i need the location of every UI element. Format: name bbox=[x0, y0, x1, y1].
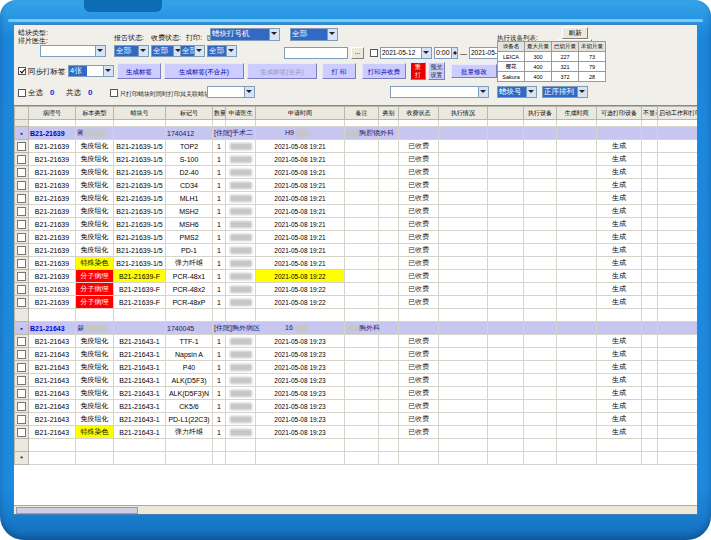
block-type-combo[interactable] bbox=[40, 45, 106, 57]
print-filter-combo[interactable]: 全部 bbox=[180, 45, 205, 57]
row-checkbox[interactable] bbox=[17, 337, 26, 346]
row-checkbox[interactable] bbox=[17, 285, 26, 294]
sort-field-combo[interactable]: 蜡块号 bbox=[497, 86, 537, 98]
worklist-row[interactable]: B21-21643免疫组化B21-21643-1P4012021-05-08 1… bbox=[15, 361, 698, 374]
generate-link[interactable]: 生成 bbox=[612, 168, 626, 175]
batch-edit-button[interactable]: 批量修改 bbox=[451, 64, 497, 78]
generate-labels-nomerge-button[interactable]: 生成标签(不合并) bbox=[164, 63, 244, 79]
browse-button[interactable]: ... bbox=[351, 47, 364, 59]
worklist-row[interactable]: B21-21643免疫组化B21-21643-1CK5/612021-05-08… bbox=[15, 400, 698, 413]
filter-combo[interactable] bbox=[207, 86, 255, 98]
worklist-row[interactable]: B21-21639免疫组化B21-21639-1/5TOP212021-05-0… bbox=[15, 140, 698, 153]
generate-link[interactable]: 生成 bbox=[612, 272, 626, 279]
generate-link[interactable]: 生成 bbox=[612, 259, 626, 266]
generate-link[interactable]: 生成 bbox=[612, 428, 626, 435]
row-checkbox[interactable] bbox=[17, 376, 26, 385]
mode-combo[interactable]: 全部 bbox=[290, 28, 338, 41]
row-checkbox[interactable] bbox=[17, 389, 26, 398]
row-checkbox[interactable] bbox=[17, 142, 26, 151]
generate-link[interactable]: 生成 bbox=[612, 363, 626, 370]
urgent-reprint-button[interactable]: 重打 bbox=[410, 62, 426, 80]
worklist-row[interactable]: B21-21639免疫组化B21-21639-1/5MSH212021-05-0… bbox=[15, 205, 698, 218]
worklist-row[interactable]: B21-21643免疫组化B21-21643-1TTF-112021-05-08… bbox=[15, 335, 698, 348]
copies-combo[interactable]: 4张 bbox=[68, 65, 114, 77]
row-checkbox[interactable] bbox=[17, 207, 26, 216]
keyword-input[interactable] bbox=[284, 47, 348, 59]
worklist-row[interactable]: B21-21639免疫组化B21-21639-1/5S-10012021-05-… bbox=[15, 153, 698, 166]
generate-link[interactable]: 生成 bbox=[612, 285, 626, 292]
empty-cell bbox=[524, 166, 557, 179]
generate-link[interactable]: 生成 bbox=[612, 376, 626, 383]
generate-link[interactable]: 生成 bbox=[612, 233, 626, 240]
generate-link[interactable]: 生成 bbox=[612, 246, 626, 253]
row-checkbox[interactable] bbox=[17, 259, 26, 268]
generate-link[interactable]: 生成 bbox=[612, 402, 626, 409]
sync-label-checkbox[interactable] bbox=[18, 67, 26, 75]
row-checkbox[interactable] bbox=[17, 272, 26, 281]
worklist-row[interactable]: B21-21639免疫组化B21-21639-1/5MLH112021-05-0… bbox=[15, 192, 698, 205]
worklist-row[interactable]: B21-21639免疫组化B21-21639-1/5MSH612021-05-0… bbox=[15, 218, 698, 231]
row-checkbox[interactable] bbox=[17, 220, 26, 229]
group-header-row[interactable]: ▪B21-21643聂1740045[住院]胸外病区16 胸外科 bbox=[15, 322, 698, 335]
row-checkbox[interactable] bbox=[17, 415, 26, 424]
generate-link[interactable]: 生成 bbox=[612, 155, 626, 162]
device-filter-combo[interactable] bbox=[390, 86, 489, 98]
generate-link[interactable]: 生成 bbox=[612, 415, 626, 422]
row-checkbox[interactable] bbox=[17, 350, 26, 359]
worklist-row[interactable]: B21-21639免疫组化B21-21639-1/5PMS212021-05-0… bbox=[15, 231, 698, 244]
generate-link[interactable]: 生成 bbox=[612, 207, 626, 214]
worklist-row[interactable]: B21-21639分子病理B21-21639-FPCR-48xP12021-05… bbox=[15, 296, 698, 309]
row-checkbox[interactable] bbox=[17, 298, 26, 307]
preview-settings-button[interactable]: 预览设置 bbox=[428, 62, 445, 80]
device-group-combo[interactable]: 蜡块打号机 bbox=[210, 28, 280, 41]
report-status-combo[interactable]: 全部 bbox=[114, 45, 149, 57]
horizontal-scrollbar[interactable] bbox=[14, 505, 697, 514]
worklist-row[interactable]: B21-21643免疫组化B21-21643-1ALK(D5F3)12021-0… bbox=[15, 374, 698, 387]
generate-labels-merge-button[interactable]: 生成标签(合并) bbox=[247, 63, 317, 79]
row-checkbox[interactable] bbox=[17, 428, 26, 437]
row-checkbox[interactable] bbox=[17, 363, 26, 372]
link-print-checkbox[interactable] bbox=[110, 89, 118, 97]
case-number[interactable]: B21-21639 bbox=[30, 130, 65, 137]
group-header-row[interactable]: ▪B21-21639蒋1740412[住院]手术二H9 胸腔镜外科 bbox=[15, 127, 698, 140]
date-from-combo[interactable]: 2021-05-12 bbox=[380, 47, 432, 59]
scrollbar-thumb[interactable] bbox=[16, 507, 138, 514]
row-checkbox[interactable] bbox=[17, 246, 26, 255]
sort-order-combo[interactable]: 正序排列 bbox=[542, 86, 588, 98]
worklist-row[interactable]: B21-21639特殊染色B21-21639-1/5弹力纤维12021-05-0… bbox=[15, 257, 698, 270]
row-checkbox[interactable] bbox=[17, 155, 26, 164]
date-range-checkbox[interactable] bbox=[370, 49, 378, 57]
worklist-row[interactable]: B21-21639免疫组化B21-21639-1/5PD-112021-05-0… bbox=[15, 244, 698, 257]
row-checkbox[interactable] bbox=[17, 194, 26, 203]
row-checkbox[interactable] bbox=[17, 181, 26, 190]
grid-area: 病理号标本类型蜡块号标记号数量申请医生申请时间备注类别收费状态执行情况执行设备生… bbox=[14, 105, 697, 506]
worklist-row[interactable]: B21-21643免疫组化B21-21643-1PD-L1(22C3)12021… bbox=[15, 413, 698, 426]
region-combo[interactable]: 全部 bbox=[207, 45, 237, 57]
generate-link[interactable]: 生成 bbox=[612, 298, 626, 305]
refresh-button[interactable]: 刷新 bbox=[562, 27, 588, 39]
worklist-row[interactable]: B21-21639免疫组化B21-21639-1/5D2-4012021-05-… bbox=[15, 166, 698, 179]
row-checkbox[interactable] bbox=[17, 233, 26, 242]
generate-link[interactable]: 生成 bbox=[612, 142, 626, 149]
generate-link[interactable]: 生成 bbox=[612, 220, 626, 227]
generate-link[interactable]: 生成 bbox=[612, 194, 626, 201]
generate-link[interactable]: 生成 bbox=[612, 350, 626, 357]
grid-empty-cell bbox=[488, 439, 524, 452]
select-all-checkbox[interactable] bbox=[18, 89, 26, 97]
generate-link[interactable]: 生成 bbox=[612, 337, 626, 344]
row-checkbox[interactable] bbox=[17, 402, 26, 411]
generate-labels-button[interactable]: 生成标签 bbox=[117, 63, 161, 79]
time-from-stepper[interactable]: 0:00 bbox=[434, 47, 458, 59]
print-button[interactable]: 打 印 bbox=[322, 63, 356, 79]
generate-link[interactable]: 生成 bbox=[612, 181, 626, 188]
print-and-charge-button[interactable]: 打印并收费 bbox=[362, 63, 406, 79]
row-checkbox[interactable] bbox=[17, 168, 26, 177]
worklist-row[interactable]: B21-21639分子病理B21-21639-FPCR-48x212021-05… bbox=[15, 283, 698, 296]
worklist-row[interactable]: B21-21643免疫组化B21-21643-1ALK(D5F3)N12021-… bbox=[15, 387, 698, 400]
generate-link[interactable]: 生成 bbox=[612, 389, 626, 396]
worklist-row[interactable]: B21-21639分子病理B21-21639-FPCR-48x112021-05… bbox=[15, 270, 698, 283]
worklist-row[interactable]: B21-21639免疫组化B21-21639-1/5CD3412021-05-0… bbox=[15, 179, 698, 192]
worklist-row[interactable]: B21-21643免疫组化B21-21643-1Napsin A12021-05… bbox=[15, 348, 698, 361]
case-number[interactable]: B21-21643 bbox=[30, 325, 65, 332]
worklist-row[interactable]: B21-21643特殊染色B21-21643-1弹力纤维12021-05-08 … bbox=[15, 426, 698, 439]
